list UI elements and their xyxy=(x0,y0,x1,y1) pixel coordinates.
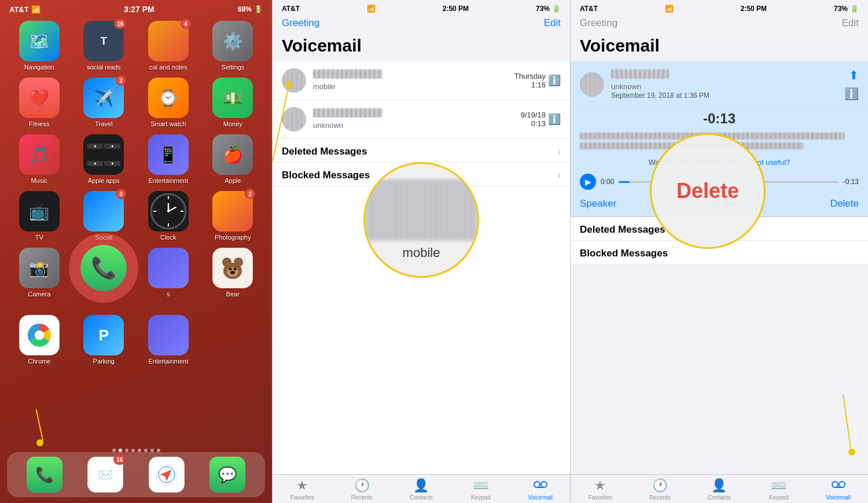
app-entertainment[interactable]: 📱 Entertainment xyxy=(138,134,198,184)
app-label-smartwatch: Smart watch xyxy=(150,120,186,127)
app-camera[interactable]: 📸 Camera xyxy=(9,248,69,308)
vm2-info-btn-1[interactable]: ℹ️ xyxy=(548,74,561,87)
app-fitness[interactable]: ❤️ Fitness xyxy=(9,78,69,127)
vm2-edit[interactable]: Edit xyxy=(544,17,561,29)
annotation-dot-phone xyxy=(36,439,43,446)
app-navigation[interactable]: 🗺️ Navigation xyxy=(9,21,69,71)
app-icon-apple: 🍎 xyxy=(212,134,253,175)
vm3-tab-contacts[interactable]: 👤 Contacts xyxy=(690,478,749,501)
vm3-tab-icon-recents: 🕐 xyxy=(652,478,668,493)
app-label-clock: Clock xyxy=(160,234,176,241)
vm3-item-selected[interactable]: unknown September 19, 2018 at 1:36 PM ⬆ … xyxy=(571,61,868,108)
app-chrome[interactable]: Chrome xyxy=(9,315,69,365)
vm3-tab-favorites[interactable]: ★ Favorites xyxy=(571,478,630,501)
app-grid-row6: Chrome P Parking Entertainment xyxy=(0,313,272,367)
wifi-icon: 📶 xyxy=(31,5,41,14)
vm2-tab-contacts[interactable]: 👤 Contacts xyxy=(392,478,451,501)
vm2-battery-text: 73% xyxy=(536,5,550,13)
app-tv[interactable]: 📺 TV xyxy=(9,191,69,241)
vm3-tab-recents[interactable]: 🕐 Recents xyxy=(630,478,690,501)
vm3-delete-action-btn[interactable]: Delete xyxy=(830,198,859,210)
app-extra-s[interactable]: s xyxy=(138,248,198,308)
dock-gmail-wrap: ✉️ 16 xyxy=(87,457,123,493)
app-placeholder xyxy=(203,315,263,365)
app-phone-highlighted[interactable]: 📞 xyxy=(74,248,134,308)
vm3-nav: Greeting Edit xyxy=(571,15,868,34)
app-label-entertainment: Entertainment xyxy=(149,177,188,184)
vm3-name-blurred xyxy=(611,69,669,79)
vm2-meta-1: Thursday 1:16 xyxy=(514,72,546,89)
vm3-tab-icon-contacts: 👤 xyxy=(711,478,727,493)
vm3-date: September 19, 2018 at 1:36 PM xyxy=(611,91,844,100)
vm3-battery-text: 73% xyxy=(834,5,848,13)
app-settings[interactable]: ⚙️ Settings xyxy=(203,21,263,71)
vm2-tab-label-contacts: Contacts xyxy=(410,494,432,501)
vm2-blocked-label: Blocked Messages xyxy=(282,170,370,181)
svg-point-25 xyxy=(541,482,547,487)
dock-messages[interactable]: 💬 xyxy=(209,457,245,493)
vm2-item-2[interactable]: unknown 9/19/18 0:13 ℹ️ xyxy=(273,100,570,139)
app-smartwatch[interactable]: ⌚ Smart watch xyxy=(138,78,198,127)
app-icon-settings: ⚙️ xyxy=(212,21,253,61)
app-money[interactable]: 💵 Money xyxy=(203,78,263,127)
status-time: 3:27 PM xyxy=(124,5,155,14)
vm3-tab-label-contacts: Contacts xyxy=(708,494,730,501)
vm2-type-2: unknown xyxy=(313,121,343,130)
app-icon-camera: 📸 xyxy=(19,248,60,288)
app-social-reads[interactable]: T 16 social reads xyxy=(74,21,134,71)
vm3-progress-fill xyxy=(619,181,630,183)
battery-icon: 🔋 xyxy=(254,5,263,13)
vm2-nav: Greeting Edit xyxy=(273,15,570,34)
app-icon-bear xyxy=(212,248,253,288)
app-parking[interactable]: P Parking xyxy=(74,315,134,365)
app-clock[interactable]: Clock xyxy=(138,191,198,241)
vm3-tab-keypad[interactable]: ⌨️ Keypad xyxy=(749,478,808,501)
vm3-tab-voicemail[interactable]: Voicemail xyxy=(808,478,868,501)
status-carrier: AT&T 📶 xyxy=(9,5,41,14)
vm3-greeting: Greeting xyxy=(580,17,617,29)
vm2-blocked-chevron: › xyxy=(558,170,561,181)
app-icon-parking: P xyxy=(83,315,124,355)
vm2-tab-favorites[interactable]: ★ Favorites xyxy=(273,478,332,501)
vm3-share-btn[interactable]: ⬆ xyxy=(849,68,859,82)
app-cal-notes[interactable]: 4 cal and notes xyxy=(138,21,198,71)
battery-text: 68% xyxy=(238,5,252,13)
vm2-list: mobile Thursday 1:16 ℹ️ unknown 9/19/18 … xyxy=(273,61,570,503)
app-label-photography: Photography xyxy=(215,234,251,241)
app-travel[interactable]: ✈️ 2 Travel xyxy=(74,78,134,127)
vm2-greeting[interactable]: Greeting xyxy=(282,17,319,29)
vm2-deleted-label: Deleted Messages xyxy=(282,146,367,157)
app-photography[interactable]: 2 Photography xyxy=(203,191,263,241)
vm2-tab-keypad[interactable]: ⌨️ Keypad xyxy=(451,478,510,501)
app-music[interactable]: 🎵 Music xyxy=(9,134,69,184)
vm3-edit: Edit xyxy=(842,17,859,29)
vm3-info-btn[interactable]: ℹ️ xyxy=(844,87,859,101)
vm2-tab-voicemail[interactable]: Voicemail xyxy=(510,478,570,501)
app-bear[interactable]: Bear xyxy=(203,248,263,308)
vm3-delete-circle: Delete xyxy=(650,133,766,249)
vm2-deleted-messages[interactable]: Deleted Messages › xyxy=(273,139,570,163)
dock-phone[interactable]: 📞 xyxy=(27,457,62,493)
vm2-tab-icon-contacts: 👤 xyxy=(413,478,429,493)
vm3-tab-label-voicemail: Voicemail xyxy=(826,494,851,501)
badge-social-reads: 16 xyxy=(114,19,126,29)
vm3-battery-icon: 🔋 xyxy=(850,5,859,13)
app-entertainment2[interactable]: Entertainment xyxy=(138,315,198,365)
voicemail-panel-2: AT&T 📶 2:50 PM 73% 🔋 Greeting Edit Voice… xyxy=(272,0,570,503)
vm2-info-btn-2[interactable]: ℹ️ xyxy=(548,113,561,126)
vm2-magnify-label: mobile xyxy=(403,245,440,260)
vm2-item-1[interactable]: mobile Thursday 1:16 ℹ️ xyxy=(273,61,570,100)
annotation-line-phone xyxy=(36,409,43,440)
vm3-blocked-label: Blocked Messages xyxy=(580,248,668,259)
app-apple[interactable]: 🍎 Apple xyxy=(203,134,263,184)
app-icon-fitness: ❤️ xyxy=(19,78,60,118)
app-apple-apps[interactable]: ♦ ♦ ♦ ♦ Apple apps xyxy=(74,134,134,184)
vm3-speaker-btn[interactable]: Speaker xyxy=(580,198,616,210)
svg-point-11 xyxy=(234,258,243,267)
app-grid: 🗺️ Navigation T 16 social reads 4 xyxy=(0,16,272,313)
vm2-tab-recents[interactable]: 🕐 Recents xyxy=(332,478,392,501)
vm3-play-btn[interactable]: ▶ xyxy=(580,174,596,190)
vm2-tab-bar: ★ Favorites 🕐 Recents 👤 Contacts ⌨️ Keyp… xyxy=(273,474,570,503)
app-icon-extra xyxy=(148,248,189,288)
dock-safari[interactable] xyxy=(149,457,185,493)
